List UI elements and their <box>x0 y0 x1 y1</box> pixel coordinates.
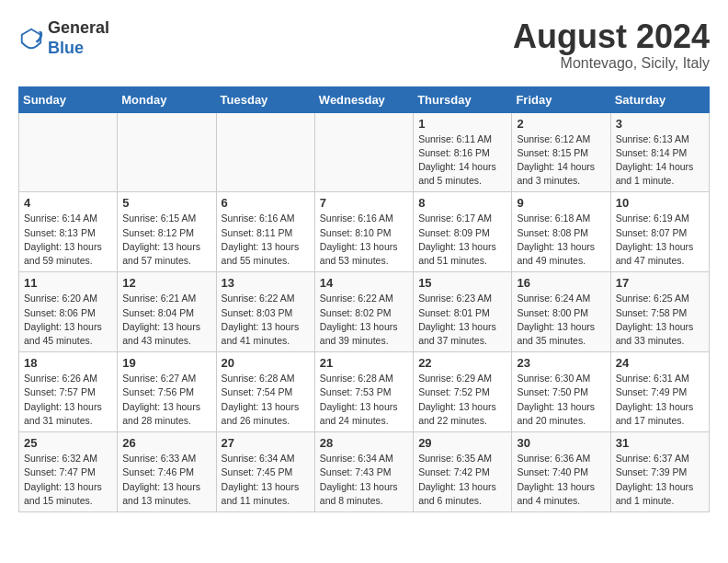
calendar-cell: 12Sunrise: 6:21 AMSunset: 8:04 PMDayligh… <box>118 272 216 352</box>
day-number: 27 <box>222 436 310 450</box>
calendar-cell: 4Sunrise: 6:14 AMSunset: 8:13 PMDaylight… <box>19 192 118 272</box>
header-tuesday: Tuesday <box>216 86 314 112</box>
calendar-cell: 17Sunrise: 6:25 AMSunset: 7:58 PMDayligh… <box>610 272 709 352</box>
calendar-cell: 31Sunrise: 6:37 AMSunset: 7:39 PMDayligh… <box>610 432 709 512</box>
calendar-week-3: 11Sunrise: 6:20 AMSunset: 8:06 PMDayligh… <box>19 272 710 352</box>
calendar-cell: 11Sunrise: 6:20 AMSunset: 8:06 PMDayligh… <box>19 272 118 352</box>
day-number: 13 <box>222 276 310 290</box>
day-info: Sunrise: 6:32 AMSunset: 7:47 PMDaylight:… <box>24 452 112 508</box>
day-info: Sunrise: 6:12 AMSunset: 8:15 PMDaylight:… <box>517 132 605 189</box>
calendar-cell: 20Sunrise: 6:28 AMSunset: 7:54 PMDayligh… <box>216 352 314 432</box>
calendar-cell <box>216 112 314 192</box>
calendar-cell: 10Sunrise: 6:19 AMSunset: 8:07 PMDayligh… <box>610 192 709 272</box>
day-info: Sunrise: 6:20 AMSunset: 8:06 PMDaylight:… <box>24 292 112 348</box>
day-info: Sunrise: 6:34 AMSunset: 7:43 PMDaylight:… <box>320 452 408 508</box>
day-number: 31 <box>616 436 704 450</box>
day-number: 9 <box>517 196 605 210</box>
calendar-cell: 2Sunrise: 6:12 AMSunset: 8:15 PMDaylight… <box>512 112 610 192</box>
calendar-cell: 26Sunrise: 6:33 AMSunset: 7:46 PMDayligh… <box>118 432 216 512</box>
day-info: Sunrise: 6:29 AMSunset: 7:52 PMDaylight:… <box>418 372 506 428</box>
day-number: 4 <box>24 196 112 210</box>
logo-icon <box>18 26 44 52</box>
day-number: 7 <box>320 196 408 210</box>
header-friday: Friday <box>512 86 610 112</box>
calendar-cell: 6Sunrise: 6:16 AMSunset: 8:11 PMDaylight… <box>216 192 314 272</box>
calendar-week-2: 4Sunrise: 6:14 AMSunset: 8:13 PMDaylight… <box>19 192 710 272</box>
day-number: 5 <box>122 196 210 210</box>
day-number: 11 <box>24 276 112 290</box>
day-number: 18 <box>24 356 112 370</box>
calendar-header-row: SundayMondayTuesdayWednesdayThursdayFrid… <box>19 86 710 112</box>
day-info: Sunrise: 6:16 AMSunset: 8:11 PMDaylight:… <box>222 212 310 268</box>
day-info: Sunrise: 6:30 AMSunset: 7:50 PMDaylight:… <box>517 372 605 428</box>
calendar-cell: 14Sunrise: 6:22 AMSunset: 8:02 PMDayligh… <box>314 272 413 352</box>
day-info: Sunrise: 6:22 AMSunset: 8:02 PMDaylight:… <box>320 292 408 348</box>
day-info: Sunrise: 6:24 AMSunset: 8:00 PMDaylight:… <box>517 292 605 348</box>
calendar-cell: 30Sunrise: 6:36 AMSunset: 7:40 PMDayligh… <box>512 432 610 512</box>
day-info: Sunrise: 6:15 AMSunset: 8:12 PMDaylight:… <box>122 212 210 268</box>
day-number: 23 <box>517 356 605 370</box>
day-number: 3 <box>616 117 704 131</box>
logo-blue-text: Blue <box>48 39 84 57</box>
day-info: Sunrise: 6:35 AMSunset: 7:42 PMDaylight:… <box>418 452 506 508</box>
day-info: Sunrise: 6:33 AMSunset: 7:46 PMDaylight:… <box>122 452 210 508</box>
day-info: Sunrise: 6:28 AMSunset: 7:54 PMDaylight:… <box>222 372 310 428</box>
calendar-cell: 29Sunrise: 6:35 AMSunset: 7:42 PMDayligh… <box>414 432 512 512</box>
day-number: 24 <box>616 356 704 370</box>
calendar-cell: 7Sunrise: 6:16 AMSunset: 8:10 PMDaylight… <box>314 192 413 272</box>
day-info: Sunrise: 6:16 AMSunset: 8:10 PMDaylight:… <box>320 212 408 268</box>
day-number: 8 <box>418 196 506 210</box>
calendar-cell: 22Sunrise: 6:29 AMSunset: 7:52 PMDayligh… <box>414 352 512 432</box>
calendar-cell: 24Sunrise: 6:31 AMSunset: 7:49 PMDayligh… <box>610 352 709 432</box>
day-info: Sunrise: 6:17 AMSunset: 8:09 PMDaylight:… <box>418 212 506 268</box>
header-thursday: Thursday <box>414 86 512 112</box>
logo-general-text: General <box>48 18 109 37</box>
calendar-cell <box>314 112 413 192</box>
header-saturday: Saturday <box>610 86 709 112</box>
day-info: Sunrise: 6:36 AMSunset: 7:40 PMDaylight:… <box>517 452 605 508</box>
day-info: Sunrise: 6:26 AMSunset: 7:57 PMDaylight:… <box>24 372 112 428</box>
calendar-cell: 3Sunrise: 6:13 AMSunset: 8:14 PMDaylight… <box>610 112 709 192</box>
calendar-table: SundayMondayTuesdayWednesdayThursdayFrid… <box>18 86 710 512</box>
day-info: Sunrise: 6:23 AMSunset: 8:01 PMDaylight:… <box>418 292 506 348</box>
calendar-cell: 23Sunrise: 6:30 AMSunset: 7:50 PMDayligh… <box>512 352 610 432</box>
day-info: Sunrise: 6:25 AMSunset: 7:58 PMDaylight:… <box>616 292 704 348</box>
day-number: 26 <box>122 436 210 450</box>
calendar-cell: 28Sunrise: 6:34 AMSunset: 7:43 PMDayligh… <box>314 432 413 512</box>
calendar-cell: 8Sunrise: 6:17 AMSunset: 8:09 PMDaylight… <box>414 192 512 272</box>
calendar-cell: 15Sunrise: 6:23 AMSunset: 8:01 PMDayligh… <box>414 272 512 352</box>
day-info: Sunrise: 6:18 AMSunset: 8:08 PMDaylight:… <box>517 212 605 268</box>
day-number: 1 <box>418 117 506 131</box>
day-number: 30 <box>517 436 605 450</box>
day-number: 16 <box>517 276 605 290</box>
day-info: Sunrise: 6:28 AMSunset: 7:53 PMDaylight:… <box>320 372 408 428</box>
calendar-cell: 19Sunrise: 6:27 AMSunset: 7:56 PMDayligh… <box>118 352 216 432</box>
calendar-cell: 1Sunrise: 6:11 AMSunset: 8:16 PMDaylight… <box>414 112 512 192</box>
calendar-cell <box>118 112 216 192</box>
header-monday: Monday <box>118 86 216 112</box>
day-info: Sunrise: 6:37 AMSunset: 7:39 PMDaylight:… <box>616 452 704 508</box>
day-info: Sunrise: 6:27 AMSunset: 7:56 PMDaylight:… <box>122 372 210 428</box>
calendar-cell: 27Sunrise: 6:34 AMSunset: 7:45 PMDayligh… <box>216 432 314 512</box>
calendar-cell: 16Sunrise: 6:24 AMSunset: 8:00 PMDayligh… <box>512 272 610 352</box>
calendar-cell: 21Sunrise: 6:28 AMSunset: 7:53 PMDayligh… <box>314 352 413 432</box>
month-title: August 2024 <box>513 18 710 55</box>
calendar-cell: 13Sunrise: 6:22 AMSunset: 8:03 PMDayligh… <box>216 272 314 352</box>
day-number: 17 <box>616 276 704 290</box>
day-number: 6 <box>222 196 310 210</box>
day-number: 19 <box>122 356 210 370</box>
calendar-cell: 9Sunrise: 6:18 AMSunset: 8:08 PMDaylight… <box>512 192 610 272</box>
location-subtitle: Montevago, Sicily, Italy <box>513 55 710 72</box>
calendar-cell: 5Sunrise: 6:15 AMSunset: 8:12 PMDaylight… <box>118 192 216 272</box>
title-block: August 2024 Montevago, Sicily, Italy <box>513 18 710 72</box>
calendar-week-1: 1Sunrise: 6:11 AMSunset: 8:16 PMDaylight… <box>19 112 710 192</box>
day-info: Sunrise: 6:34 AMSunset: 7:45 PMDaylight:… <box>222 452 310 508</box>
day-number: 14 <box>320 276 408 290</box>
header-wednesday: Wednesday <box>314 86 413 112</box>
day-number: 28 <box>320 436 408 450</box>
day-info: Sunrise: 6:31 AMSunset: 7:49 PMDaylight:… <box>616 372 704 428</box>
calendar-cell: 25Sunrise: 6:32 AMSunset: 7:47 PMDayligh… <box>19 432 118 512</box>
calendar-week-4: 18Sunrise: 6:26 AMSunset: 7:57 PMDayligh… <box>19 352 710 432</box>
day-info: Sunrise: 6:19 AMSunset: 8:07 PMDaylight:… <box>616 212 704 268</box>
day-number: 20 <box>222 356 310 370</box>
